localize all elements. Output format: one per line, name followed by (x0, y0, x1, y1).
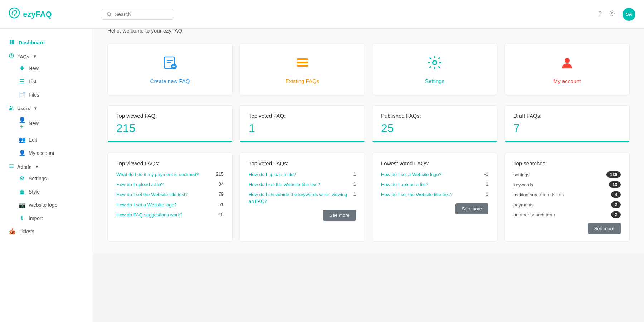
search-count: 2 (611, 211, 621, 218)
quick-card-myaccount[interactable]: My account (504, 44, 630, 95)
faq-count: 79 (219, 191, 224, 197)
users-icon (9, 105, 14, 112)
stat-top-voted-bar (240, 141, 365, 142)
admin-chevron: ▾ (36, 164, 38, 169)
list-item: making sure there is lots 4 (513, 191, 621, 198)
panel-top-voted-title: Top voted FAQs: (249, 160, 356, 166)
see-more-top-voted[interactable]: See more (323, 210, 356, 221)
faq-count: 51 (219, 202, 224, 207)
stat-published-value: 25 (381, 122, 488, 135)
search-term: settings (513, 172, 530, 177)
sidebar-item-tickets[interactable]: 🎪 Tickets (0, 225, 93, 238)
svg-point-3 (611, 13, 613, 14)
see-more-top-searches[interactable]: See more (588, 223, 621, 234)
users-chevron: ▾ (34, 106, 36, 111)
sidebar-item-users-edit[interactable]: 👥 Edit (19, 133, 93, 146)
sidebar-item-admin-style[interactable]: ▦ Style (19, 185, 93, 198)
svg-rect-4 (10, 40, 11, 42)
sidebar-section-faqs[interactable]: FAQs ▾ (0, 49, 93, 62)
nav-right: ? SA (598, 8, 635, 21)
dashboard-icon (9, 39, 15, 46)
search-input[interactable] (115, 11, 165, 17)
faq-link[interactable]: How do I upload a file? (249, 171, 349, 178)
stat-top-voted-label: Top voted FAQ: (249, 113, 356, 119)
faqs-chevron: ▾ (34, 54, 36, 59)
search-icon (106, 11, 112, 17)
existing-faqs-label: Existing FAQs (247, 78, 357, 84)
sidebar-users-sub: 👤+ New 👥 Edit 👤 My account (0, 113, 93, 160)
table-row: How do I set a Website logo? 51 (116, 202, 224, 208)
faq-link[interactable]: What do I do if my payment is declined? (116, 171, 211, 178)
faq-link[interactable]: How do FAQ suggestions work? (116, 212, 214, 218)
main-content: Dashboard Hello, welcome to your ezyFAQ.… (93, 0, 644, 253)
faq-link[interactable]: How do I set the Website title text? (381, 191, 482, 198)
faq-link[interactable]: How do I upload a file? (381, 181, 482, 188)
panel-top-searches-title: Top searches: (513, 160, 621, 166)
help-icon[interactable]: ? (598, 10, 602, 18)
stat-top-voted-value: 1 (249, 122, 356, 135)
sidebar-section-admin[interactable]: Admin ▾ (0, 160, 93, 172)
table-row: How do I upload a file? 1 (381, 181, 488, 188)
search-term: keywords (513, 182, 533, 187)
search-term: another search term (513, 212, 555, 218)
svg-point-10 (10, 106, 11, 107)
faq-link[interactable]: How do I set a Website logo? (381, 171, 480, 178)
avatar[interactable]: SA (623, 8, 635, 21)
sidebar-item-dashboard[interactable]: Dashboard (0, 36, 93, 49)
create-faq-icon (115, 55, 225, 74)
myaccount-label: My account (512, 78, 622, 84)
stat-card-published: Published FAQs: 25 (372, 105, 497, 143)
table-row: How do I show/hide the keywords when vie… (249, 191, 356, 204)
sidebar-section-users[interactable]: Users ▾ (0, 101, 93, 113)
settings-card-icon (380, 55, 490, 74)
settings-icon[interactable] (609, 10, 615, 18)
user-edit-icon: 👥 (19, 136, 25, 143)
svg-rect-18 (297, 62, 308, 63)
quick-card-existing-faqs[interactable]: Existing FAQs (240, 44, 365, 95)
files-icon: 📄 (19, 91, 25, 98)
faq-link[interactable]: How do I set the Website title text? (116, 191, 214, 198)
search-count: 13 (609, 181, 621, 188)
user-account-icon: 👤 (19, 150, 25, 156)
faq-link[interactable]: How do I show/hide the keywords when vie… (249, 191, 349, 204)
faq-count: 1 (353, 171, 356, 177)
admin-settings-icon: ⚙ (19, 175, 25, 182)
create-faq-label: Create new FAQ (115, 78, 225, 84)
svg-point-20 (433, 61, 437, 65)
svg-rect-17 (297, 58, 308, 60)
faq-count: 1 (486, 181, 488, 187)
sidebar-admin-import-label: Import (29, 215, 43, 221)
search-area[interactable] (102, 9, 173, 20)
admin-icon (9, 163, 14, 170)
faq-link[interactable]: How do I set a Website logo? (116, 202, 214, 208)
stat-published-bar (372, 141, 497, 142)
sidebar-item-users-myaccount[interactable]: 👤 My account (19, 146, 93, 160)
quick-card-create-faq[interactable]: Create new FAQ (107, 44, 233, 95)
table-row: How do I set the Website title text? 1 (249, 181, 356, 188)
faq-link[interactable]: How do I upload a file? (116, 181, 214, 188)
sidebar-faqs-files-label: Files (29, 92, 39, 98)
svg-point-11 (12, 106, 13, 107)
svg-point-1 (14, 15, 15, 16)
sidebar-item-admin-settings[interactable]: ⚙ Settings (19, 172, 93, 185)
stat-top-viewed-label: Top viewed FAQ: (116, 113, 224, 119)
import-icon: ⇓ (19, 215, 25, 221)
logo-area: ezyFAQ (9, 7, 102, 21)
sidebar-item-faqs-list[interactable]: ☰ List (19, 75, 93, 88)
quick-card-settings[interactable]: Settings (372, 44, 497, 95)
sidebar-admin-style-label: Style (29, 189, 40, 195)
myaccount-icon (512, 55, 622, 74)
sidebar-item-faqs-files[interactable]: 📄 Files (19, 88, 93, 101)
faqs-icon (9, 53, 14, 60)
stat-top-viewed-value: 215 (116, 122, 224, 135)
sidebar-item-admin-logo[interactable]: 📷 Website logo (19, 198, 93, 211)
sidebar-item-faqs-new[interactable]: ✚ New (19, 62, 93, 75)
sidebar-item-admin-import[interactable]: ⇓ Import (19, 211, 93, 225)
svg-point-2 (107, 12, 111, 15)
svg-rect-19 (297, 65, 308, 67)
stat-cards: Top viewed FAQ: 215 Top voted FAQ: 1 Pub… (107, 105, 630, 143)
faq-link[interactable]: How do I set the Website title text? (249, 181, 349, 188)
see-more-lowest-voted[interactable]: See more (455, 203, 488, 214)
sidebar-item-users-new[interactable]: 👤+ New (19, 113, 93, 133)
sidebar-admin-sub: ⚙ Settings ▦ Style 📷 Website logo ⇓ Impo… (0, 172, 93, 225)
